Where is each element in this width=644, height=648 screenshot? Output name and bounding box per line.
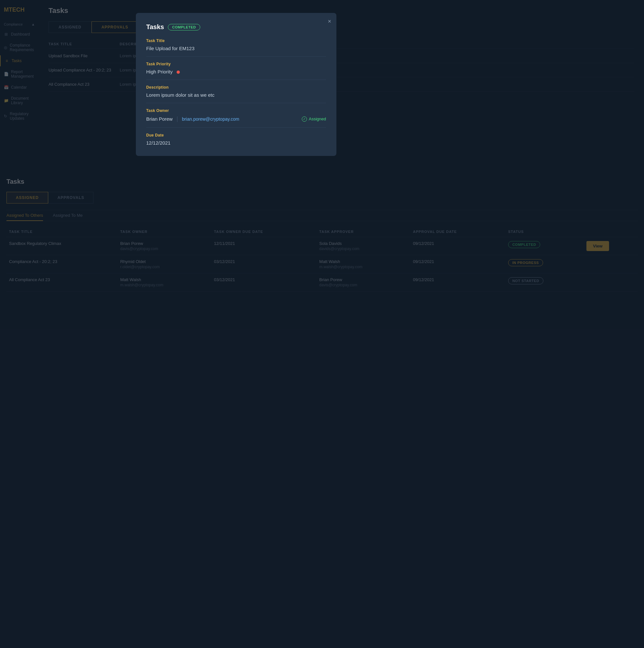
due-date-label: Due Date — [146, 133, 326, 138]
task-owner-name: Brian Porew — [146, 116, 173, 122]
modal-title-row: Tasks COMPLETED — [146, 23, 326, 31]
modal-description-section: Description Lorem ipsum dolor sit as we … — [146, 85, 326, 98]
task-owner-assigned: ✓ Assigned — [302, 116, 326, 122]
task-owner-row: Brian Porew | brian.porew@cryptopay.com … — [146, 115, 326, 122]
modal-task-owner-section: Task Owner Brian Porew | brian.porew@cry… — [146, 108, 326, 122]
description-value: Lorem ipsum dolor sit as we etc — [146, 92, 326, 98]
modal-task-priority-section: Task Priority High Priority — [146, 62, 326, 74]
task-title-value: File Upload for EM123 — [146, 46, 326, 51]
modal-close-button[interactable]: × — [328, 18, 331, 25]
check-circle-icon: ✓ — [302, 116, 307, 122]
modal-due-date-section: Due Date 12/12/2021 — [146, 133, 326, 146]
priority-dot — [177, 70, 180, 74]
task-title-label: Task Title — [146, 39, 326, 43]
task-owner-email: brian.porew@cryptopay.com — [182, 116, 239, 122]
owner-separator: | — [177, 115, 178, 122]
modal-title: Tasks — [146, 23, 164, 31]
task-priority-label: Task Priority — [146, 62, 326, 66]
modal-panel: × Tasks COMPLETED Task Title File Upload… — [136, 13, 336, 156]
description-label: Description — [146, 85, 326, 90]
modal-task-title-section: Task Title File Upload for EM123 — [146, 39, 326, 51]
task-priority-value: High Priority — [146, 69, 326, 74]
task-owner-label: Task Owner — [146, 108, 326, 113]
modal-status-badge: COMPLETED — [168, 24, 200, 31]
due-date-value: 12/12/2021 — [146, 140, 326, 146]
